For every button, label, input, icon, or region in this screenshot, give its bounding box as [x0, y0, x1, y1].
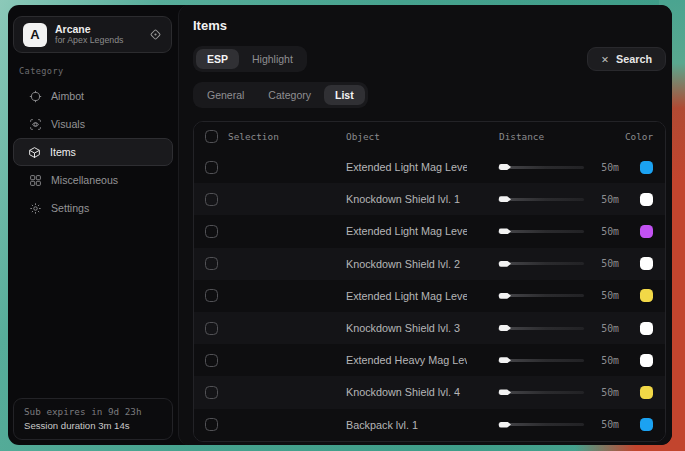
column-header-color: Color [619, 131, 659, 142]
search-button[interactable]: ✕ Search [587, 47, 666, 71]
category-label: Category [19, 66, 178, 76]
distance-slider[interactable] [498, 388, 584, 397]
table-row: Knockdown Shield lvl. 1 50m [194, 183, 665, 215]
row-checkbox[interactable] [205, 418, 218, 431]
page-title: Items [193, 18, 666, 33]
object-cell: Extended Light Mag Level 3 [346, 225, 467, 237]
column-header-object: Object [346, 131, 467, 142]
object-cell: Knockdown Shield lvl. 1 [346, 193, 467, 205]
distance-cell: 50m [467, 162, 619, 173]
tab-list[interactable]: List [324, 85, 365, 105]
table-row: Knockdown Shield lvl. 2 50m [194, 248, 665, 280]
object-cell: Extended Light Mag Level 2 [346, 161, 467, 173]
color-swatch[interactable] [640, 322, 653, 335]
distance-slider[interactable] [498, 227, 584, 236]
distance-slider[interactable] [498, 291, 584, 300]
distance-cell: 50m [467, 258, 619, 269]
sidebar-item-label: Visuals [51, 118, 85, 130]
sidebar: A Arcane for Apex Legends Category [8, 5, 178, 445]
distance-value: 50m [593, 290, 619, 301]
sidebar-item-visuals[interactable]: Visuals [13, 110, 173, 138]
table-row: Extended Heavy Mag Level 1 50m [194, 344, 665, 376]
table-body: Extended Light Mag Level 2 50m Knockdown… [194, 151, 665, 441]
session-card: Sub expires in 9d 23h Session duration 3… [13, 398, 173, 440]
row-checkbox[interactable] [205, 354, 218, 367]
tab-general[interactable]: General [196, 85, 255, 105]
sidebar-nav: Aimbot Visuals [8, 82, 178, 222]
distance-slider[interactable] [498, 259, 584, 268]
table-row: Backpack lvl. 1 50m [194, 409, 665, 441]
slider-thumb[interactable] [499, 325, 511, 331]
mode-tabs: ESP Highlight [193, 46, 307, 72]
column-header-selection: Selection [228, 131, 346, 142]
distance-slider[interactable] [498, 420, 584, 429]
color-swatch[interactable] [640, 354, 653, 367]
table-header: Selection Object Distance Color [194, 122, 665, 151]
box-icon [28, 146, 41, 159]
session-duration-text: Session duration 3m 14s [24, 420, 162, 431]
search-button-label: Search [616, 53, 652, 65]
color-swatch[interactable] [640, 418, 653, 431]
column-header-distance: Distance [467, 131, 619, 142]
distance-cell: 50m [467, 355, 619, 366]
color-swatch[interactable] [640, 225, 653, 238]
table-row: Extended Light Mag Level 3 50m [194, 215, 665, 247]
view-tabs: General Category List [193, 82, 368, 108]
brand-text: Arcane for Apex Legends [55, 23, 123, 46]
distance-slider[interactable] [498, 195, 584, 204]
color-swatch[interactable] [640, 386, 653, 399]
distance-value: 50m [593, 258, 619, 269]
color-swatch[interactable] [640, 193, 653, 206]
pin-icon[interactable] [149, 28, 162, 41]
app-title: Arcane [55, 23, 123, 35]
distance-value: 50m [593, 194, 619, 205]
sidebar-item-settings[interactable]: Settings [13, 194, 173, 222]
object-cell: Knockdown Shield lvl. 3 [346, 322, 467, 334]
tab-highlight[interactable]: Highlight [241, 49, 304, 69]
app-logo: A [23, 23, 47, 47]
distance-cell: 50m [467, 290, 619, 301]
row-checkbox[interactable] [205, 193, 218, 206]
tab-category[interactable]: Category [257, 85, 322, 105]
color-swatch[interactable] [640, 161, 653, 174]
gear-icon [29, 202, 42, 215]
search-shortcut-icon: ✕ [601, 54, 609, 65]
sidebar-item-label: Miscellaneous [51, 174, 118, 186]
distance-cell: 50m [467, 387, 619, 398]
distance-value: 50m [593, 419, 619, 430]
grid-icon [29, 174, 42, 187]
object-cell: Extended Light Mag Level 4 [346, 290, 467, 302]
color-swatch[interactable] [640, 257, 653, 270]
distance-slider[interactable] [498, 163, 584, 172]
row-checkbox[interactable] [205, 289, 218, 302]
slider-thumb[interactable] [499, 164, 511, 170]
distance-slider[interactable] [498, 324, 584, 333]
sidebar-item-miscellaneous[interactable]: Miscellaneous [13, 166, 173, 194]
sidebar-item-items[interactable]: Items [13, 138, 173, 166]
distance-slider[interactable] [498, 356, 584, 365]
sidebar-item-label: Settings [51, 202, 89, 214]
row-checkbox[interactable] [205, 225, 218, 238]
main-panel: Items ESP Highlight ✕ Search General Cat… [178, 5, 672, 445]
brand-card: A Arcane for Apex Legends [13, 16, 172, 53]
eye-icon [29, 118, 42, 131]
table-row: Knockdown Shield lvl. 4 50m [194, 376, 665, 408]
color-swatch[interactable] [640, 289, 653, 302]
row-checkbox[interactable] [205, 161, 218, 174]
distance-value: 50m [593, 226, 619, 237]
distance-cell: 50m [467, 226, 619, 237]
distance-value: 50m [593, 355, 619, 366]
row-checkbox[interactable] [205, 257, 218, 270]
table-row: Extended Light Mag Level 2 50m [194, 151, 665, 183]
row-checkbox[interactable] [205, 386, 218, 399]
tab-esp[interactable]: ESP [196, 49, 239, 69]
crosshair-icon [29, 90, 42, 103]
distance-cell: 50m [467, 194, 619, 205]
sidebar-item-label: Aimbot [51, 90, 84, 102]
table-row: Knockdown Shield lvl. 3 50m [194, 312, 665, 344]
select-all-checkbox[interactable] [205, 130, 218, 143]
object-cell: Extended Heavy Mag Level 1 [346, 354, 467, 366]
distance-cell: 50m [467, 323, 619, 334]
sidebar-item-aimbot[interactable]: Aimbot [13, 82, 173, 110]
row-checkbox[interactable] [205, 322, 218, 335]
